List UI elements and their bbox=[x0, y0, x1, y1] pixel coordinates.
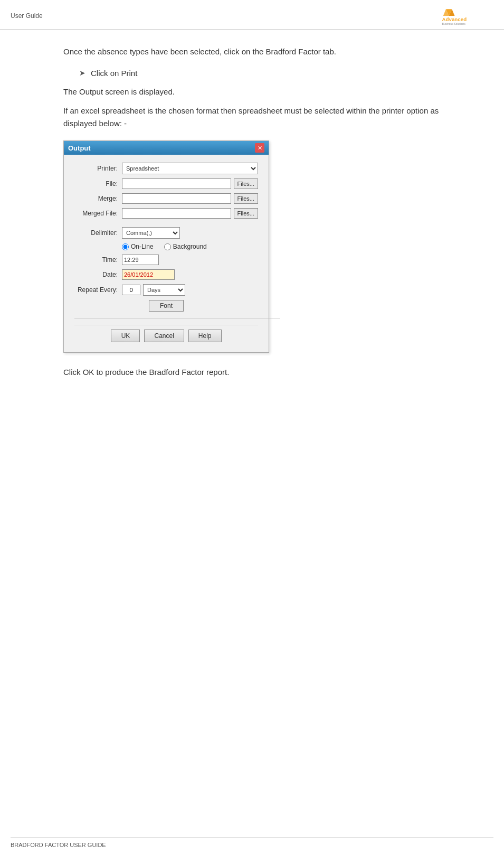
font-button[interactable]: Font bbox=[149, 300, 184, 312]
file-input[interactable] bbox=[122, 178, 231, 189]
merged-file-label: Merged File: bbox=[74, 210, 122, 217]
page-footer: BRADFORD FACTOR USER GUIDE bbox=[11, 837, 493, 848]
delimiter-select-wrapper[interactable]: Comma(,) bbox=[122, 227, 180, 239]
conclusion-text: Click OK to produce the Bradford Factor … bbox=[63, 366, 441, 379]
footer-label: BRADFORD FACTOR USER GUIDE bbox=[11, 842, 106, 848]
output-dialog-screenshot: Output ✕ Printer: Spreadsheet File: File bbox=[63, 140, 269, 353]
svg-text:Business Solutions: Business Solutions bbox=[442, 22, 466, 25]
description-text: If an excel spreadsheet is the chosen fo… bbox=[63, 105, 441, 130]
intro-paragraph: Once the absence types have been selecte… bbox=[63, 45, 441, 58]
printer-row: Printer: Spreadsheet bbox=[74, 163, 258, 174]
bullet-arrow-icon: ➤ bbox=[79, 69, 85, 77]
background-radio-item: Background bbox=[164, 243, 207, 250]
printer-label: Printer: bbox=[74, 165, 122, 172]
merged-file-input[interactable] bbox=[122, 208, 231, 219]
repeat-input[interactable] bbox=[122, 285, 140, 295]
delimiter-label: Delimiter: bbox=[74, 229, 122, 237]
delimiter-select[interactable]: Comma(,) bbox=[122, 227, 180, 239]
radio-row: On-Line Background bbox=[122, 243, 258, 250]
divider bbox=[74, 318, 280, 318]
background-radio[interactable] bbox=[164, 243, 171, 250]
merged-file-row: Merged File: Files... bbox=[74, 208, 258, 219]
days-select[interactable]: Days bbox=[143, 284, 185, 296]
page-header: User Guide Advanced Business Solutions bbox=[0, 0, 504, 30]
online-label: On-Line bbox=[131, 243, 154, 250]
ok-button[interactable]: UK bbox=[111, 330, 140, 342]
dialog-body: Printer: Spreadsheet File: Files... Merg… bbox=[64, 155, 269, 352]
file-row: File: Files... bbox=[74, 178, 258, 189]
bullet-click-print: ➤ Click on Print bbox=[79, 69, 441, 78]
days-select-wrapper[interactable]: Days bbox=[143, 284, 185, 296]
online-radio-item: On-Line bbox=[122, 243, 154, 250]
online-radio[interactable] bbox=[122, 243, 129, 250]
dialog-buttons: UK Cancel Help bbox=[74, 325, 258, 344]
repeat-row: Repeat Every: Days bbox=[74, 284, 258, 296]
date-row: Date: bbox=[74, 269, 258, 280]
svg-text:Advanced: Advanced bbox=[442, 16, 467, 22]
dialog-close-button[interactable]: ✕ bbox=[255, 143, 264, 153]
merge-files-button[interactable]: Files... bbox=[234, 193, 258, 204]
dialog-titlebar: Output ✕ bbox=[64, 141, 269, 155]
content-area: Once the absence types have been selecte… bbox=[0, 30, 504, 421]
merged-file-files-button[interactable]: Files... bbox=[234, 208, 258, 219]
merge-label: Merge: bbox=[74, 195, 122, 202]
dialog-title: Output bbox=[68, 144, 91, 152]
date-input[interactable] bbox=[122, 269, 175, 280]
file-files-button[interactable]: Files... bbox=[234, 178, 258, 189]
help-button[interactable]: Help bbox=[188, 330, 222, 342]
time-input[interactable] bbox=[122, 255, 159, 265]
repeat-label: Repeat Every: bbox=[74, 286, 122, 294]
logo-container: Advanced Business Solutions bbox=[430, 5, 493, 26]
time-row: Time: bbox=[74, 255, 258, 265]
printer-select[interactable]: Spreadsheet bbox=[122, 163, 258, 174]
close-icon: ✕ bbox=[258, 145, 262, 152]
cancel-button[interactable]: Cancel bbox=[144, 330, 184, 342]
output-screen-label: The Output screen is displayed. bbox=[63, 86, 441, 98]
company-logo: Advanced Business Solutions bbox=[430, 5, 493, 26]
delimiter-row: Delimiter: Comma(,) bbox=[74, 227, 258, 239]
printer-select-wrapper[interactable]: Spreadsheet bbox=[122, 163, 258, 174]
date-label: Date: bbox=[74, 271, 122, 278]
file-label: File: bbox=[74, 180, 122, 187]
background-label: Background bbox=[173, 243, 207, 250]
bullet-text: Click on Print bbox=[91, 69, 137, 78]
header-user-guide-label: User Guide bbox=[11, 12, 43, 20]
merge-input[interactable] bbox=[122, 193, 231, 204]
time-label: Time: bbox=[74, 256, 122, 264]
merge-row: Merge: Files... bbox=[74, 193, 258, 204]
